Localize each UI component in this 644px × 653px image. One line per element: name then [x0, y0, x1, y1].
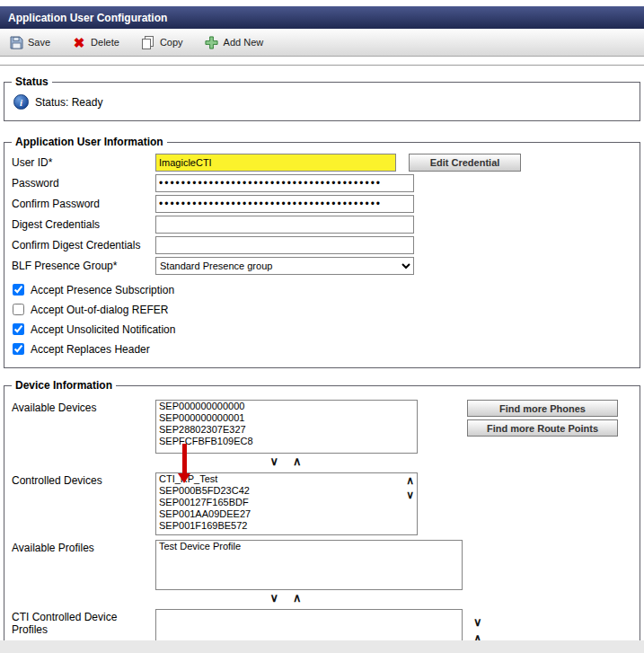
- delete-icon: ✖: [72, 35, 86, 49]
- cti-controlled-device-profiles-label: CTI Controlled Device Profiles: [12, 609, 155, 636]
- accept-unsolicited-notification-label: Accept Unsolicited Notification: [31, 323, 175, 336]
- confirm-password-row: Confirm Password: [12, 193, 632, 214]
- footer-strip: [0, 640, 644, 653]
- list-item[interactable]: SEP001F169BE572: [156, 520, 417, 532]
- find-more-phones-button[interactable]: Find more Phones: [467, 400, 618, 417]
- save-icon: [9, 35, 23, 49]
- move-up-icon[interactable]: ∧: [293, 592, 302, 604]
- available-devices-label: Available Devices: [12, 400, 155, 414]
- status-message: Status: Ready: [35, 96, 102, 109]
- add-new-button[interactable]: Add New: [205, 35, 264, 49]
- accept-replaces-header-row[interactable]: Accept Replaces Header: [12, 340, 632, 358]
- digest-credentials-label: Digest Credentials: [12, 218, 155, 231]
- accept-out-of-dialog-refer-checkbox[interactable]: [13, 304, 24, 315]
- confirm-digest-credentials-input[interactable]: [155, 236, 414, 254]
- confirm-digest-credentials-row: Confirm Digest Credentials: [12, 234, 632, 255]
- page: { "colors": { "title_bar": "#2C3A6E", "u…: [0, 0, 644, 653]
- status-legend: Status: [12, 75, 52, 88]
- list-item[interactable]: SEP000000000001: [156, 412, 417, 424]
- controlled-devices-label: Controlled Devices: [12, 472, 155, 487]
- move-down-icon[interactable]: ∨: [473, 616, 482, 629]
- available-profiles-label: Available Profiles: [12, 540, 155, 554]
- accept-replaces-header-label: Accept Replaces Header: [31, 343, 150, 356]
- accept-presence-subscription-checkbox[interactable]: [13, 284, 24, 296]
- copy-button[interactable]: Copy: [141, 35, 183, 49]
- list-item[interactable]: SEP000000000000: [156, 401, 417, 412]
- confirm-password-input[interactable]: [155, 195, 414, 213]
- blf-presence-group-row: BLF Presence Group* Standard Presence gr…: [12, 255, 632, 276]
- controlled-devices-scroll: ∧ ∨: [406, 476, 414, 500]
- list-item[interactable]: SEP28802307E327: [156, 424, 417, 436]
- accept-replaces-header-checkbox[interactable]: [13, 343, 24, 355]
- title-bar: Application User Configuration: [0, 6, 644, 29]
- save-button[interactable]: Save: [9, 35, 50, 49]
- application-user-information-section: Application User Information User ID* Ed…: [4, 136, 640, 368]
- digest-credentials-row: Digest Credentials: [12, 214, 632, 234]
- list-item[interactable]: SEP001AA09DEE27: [156, 508, 417, 520]
- status-section: Status i Status: Ready: [4, 75, 640, 121]
- available-devices-row: Available Devices SEP000000000000 SEP000…: [12, 400, 632, 454]
- password-input[interactable]: [155, 174, 414, 192]
- user-id-row: User ID* Edit Credential: [12, 152, 632, 172]
- application-user-information-legend: Application User Information: [12, 136, 167, 148]
- toolbar: Save ✖ Delete Copy Add New: [0, 29, 644, 57]
- page-title: Application User Configuration: [8, 12, 167, 24]
- delete-button[interactable]: ✖ Delete: [72, 35, 119, 49]
- copy-icon: [141, 35, 155, 49]
- accept-presence-subscription-row[interactable]: Accept Presence Subscription: [12, 280, 632, 299]
- device-information-section: Device Information Available Devices SEP…: [4, 379, 640, 653]
- accept-unsolicited-notification-row[interactable]: Accept Unsolicited Notification: [12, 320, 632, 339]
- password-label: Password: [12, 177, 155, 190]
- accept-out-of-dialog-refer-row[interactable]: Accept Out-of-dialog REFER: [12, 300, 632, 319]
- blf-presence-group-label: BLF Presence Group*: [12, 260, 155, 272]
- move-up-icon[interactable]: ∧: [293, 455, 302, 468]
- blf-presence-group-select[interactable]: Standard Presence group: [155, 257, 414, 275]
- copy-label: Copy: [160, 37, 183, 48]
- available-profiles-listbox[interactable]: Test Device Profile: [155, 540, 463, 590]
- scroll-up-icon[interactable]: ∧: [406, 476, 414, 486]
- accept-presence-subscription-label: Accept Presence Subscription: [31, 284, 174, 296]
- user-id-input[interactable]: [155, 154, 396, 172]
- available-devices-listbox[interactable]: SEP000000000000 SEP000000000001 SEP28802…: [155, 400, 418, 454]
- status-row: i Status: Ready: [12, 92, 632, 111]
- top-spacer: [0, 0, 644, 6]
- save-label: Save: [28, 37, 50, 48]
- add-new-icon: [205, 35, 219, 49]
- available-profiles-row: Available Profiles Test Device Profile: [12, 540, 632, 590]
- list-item[interactable]: SEP000B5FD23C42: [156, 485, 417, 497]
- device-information-legend: Device Information: [12, 379, 116, 392]
- controlled-devices-listbox[interactable]: CTI_RP_Test SEP000B5FD23C42 SEP00127F165…: [155, 472, 418, 535]
- available-profiles-move-arrows: ∨ ∧: [155, 592, 416, 604]
- password-row: Password: [12, 172, 632, 193]
- digest-credentials-input[interactable]: [155, 216, 414, 234]
- controlled-devices-row: Controlled Devices CTI_RP_Test SEP000B5F…: [12, 472, 632, 535]
- accept-out-of-dialog-refer-label: Accept Out-of-dialog REFER: [31, 304, 168, 316]
- move-down-icon[interactable]: ∨: [269, 455, 278, 468]
- delete-label: Delete: [91, 37, 119, 48]
- accept-unsolicited-notification-checkbox[interactable]: [13, 323, 24, 335]
- find-buttons-column: Find more Phones Find more Route Points: [467, 400, 618, 437]
- list-item[interactable]: CTI_RP_Test: [156, 473, 417, 485]
- list-item[interactable]: SEPFCFBFB109EC8: [156, 436, 417, 447]
- confirm-password-label: Confirm Password: [12, 198, 155, 210]
- red-arrow-annotation: [182, 444, 187, 473]
- edit-credential-button[interactable]: Edit Credential: [409, 154, 521, 172]
- scroll-down-icon[interactable]: ∨: [406, 490, 414, 500]
- available-devices-move-arrows: ∨ ∧: [155, 455, 416, 468]
- move-down-icon[interactable]: ∨: [269, 592, 278, 604]
- user-id-label: User ID*: [12, 156, 155, 169]
- info-icon: i: [13, 94, 29, 110]
- divider: [0, 65, 644, 66]
- add-new-label: Add New: [224, 37, 264, 48]
- list-item[interactable]: SEP00127F165BDF: [156, 497, 417, 508]
- find-more-route-points-button[interactable]: Find more Route Points: [467, 419, 618, 437]
- confirm-digest-credentials-label: Confirm Digest Credentials: [12, 239, 155, 251]
- list-item[interactable]: Test Device Profile: [156, 541, 462, 552]
